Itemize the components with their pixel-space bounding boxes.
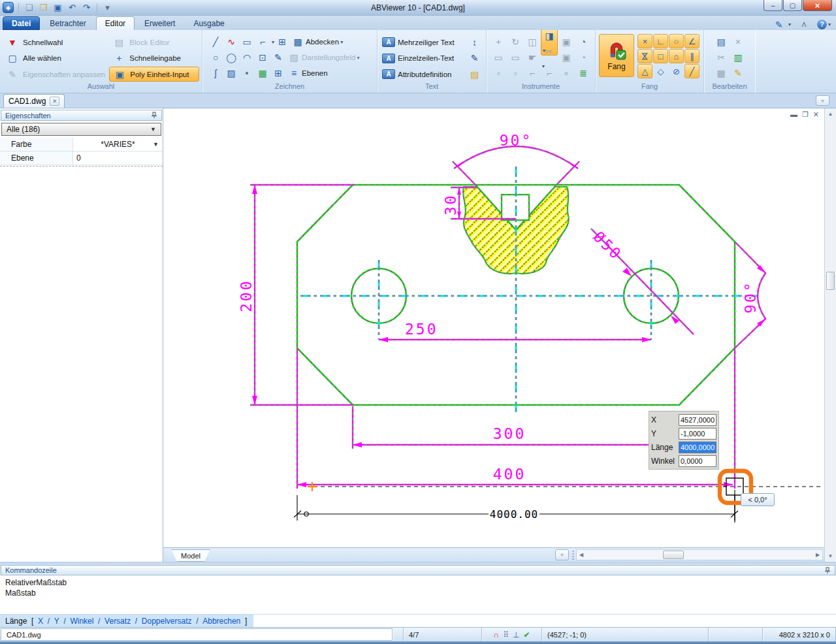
undo-icon[interactable]: ↶ [66, 2, 78, 14]
command-prompt-row[interactable]: Länge [ X / Y / Winkel / Versatz / Doppe… [0, 615, 836, 628]
dim-total-4000[interactable]: 4000.00 [490, 508, 538, 521]
copy-doc-icon[interactable]: ▦ [713, 67, 729, 80]
prompt-option-x[interactable]: X [38, 617, 43, 626]
sketch-icon[interactable]: ∿ [223, 35, 239, 49]
quick-input-button[interactable]: +Schnelleingabe [109, 51, 199, 66]
insert-block-icon[interactable]: ⊞ [274, 35, 290, 49]
mdi-close-icon[interactable]: ✕ [813, 110, 819, 119]
layout-chevron-button[interactable]: ▿ [555, 549, 569, 560]
save-icon[interactable]: ▣ [52, 2, 64, 14]
redo-icon[interactable]: ↷ [80, 2, 93, 14]
array-clock-icon[interactable]: ◔ [575, 35, 591, 49]
spline-icon[interactable]: ʃ [208, 67, 223, 80]
dim-width-300[interactable]: 300 [493, 425, 526, 442]
fillet-icon[interactable]: ⌐ [524, 67, 540, 80]
singleline-text-button[interactable]: AEinzelzeilen-Text [380, 51, 468, 66]
snap-midpoint-icon[interactable]: ⋈ [637, 49, 652, 63]
property-value[interactable]: 0 [73, 152, 163, 165]
dim-angle-top[interactable]: 90° [500, 132, 533, 149]
prompt-option-doppelversatz[interactable]: Doppelversatz [142, 617, 192, 626]
scroll-right-icon[interactable]: ▶ [813, 552, 822, 558]
tab-betrachter[interactable]: Betrachter [41, 16, 94, 30]
snap-center-icon[interactable]: ○ [669, 34, 684, 48]
pin-icon[interactable] [151, 112, 157, 119]
explode-icon[interactable]: ≣ [575, 67, 591, 80]
edit-text-icon[interactable]: ▤ [465, 67, 487, 82]
dim-width-400[interactable]: 400 [493, 466, 526, 483]
blend-icon[interactable]: ∘ [558, 67, 574, 80]
tab-datei[interactable]: Datei [3, 16, 40, 30]
tab-editor[interactable]: Editor [96, 16, 135, 30]
quick-select-button[interactable]: ▼Schnellwahl [3, 35, 109, 50]
ellipse-icon[interactable]: ◯ [223, 51, 239, 65]
stretch-icon[interactable]: ▫ [507, 67, 523, 80]
collapse-ribbon-icon[interactable]: ˄ [796, 18, 812, 31]
snap-status-icon[interactable]: ∩ [494, 630, 500, 639]
cloud-icon[interactable]: ⊡ [255, 51, 270, 65]
open-file-icon[interactable]: ❒ [37, 2, 50, 14]
mdi-minimize-icon[interactable]: ▬ [790, 110, 797, 119]
coord-input-y[interactable]: -1,0000 [679, 428, 716, 440]
multiline-text-button[interactable]: AMehrzeiliger Text [380, 35, 468, 50]
select-all-button[interactable]: ▢Alle wählen [3, 51, 109, 66]
snap-parallel-icon[interactable]: ∥ [684, 49, 699, 63]
copy-entities-icon[interactable]: ▣ [558, 35, 574, 49]
text-numbering-icon[interactable]: ↕ [465, 35, 487, 50]
ortho-status-icon[interactable]: ⊥ [513, 630, 519, 639]
vertical-scroll-thumb[interactable] [826, 272, 835, 290]
snap-square-icon[interactable]: □ [653, 49, 668, 63]
snap-perpendicular-icon[interactable]: ∟ [653, 34, 668, 48]
command-history[interactable]: RelativerMaßstab Maßstab [0, 575, 836, 615]
delete-icon[interactable]: × [730, 35, 746, 49]
prompt-option-winkel[interactable]: Winkel [70, 617, 93, 626]
clock-icon[interactable]: ◔ [575, 51, 591, 65]
tab-erweitert[interactable]: Erweitert [136, 16, 184, 30]
tab-list-chevron-button[interactable]: ▿ [816, 95, 829, 106]
align-box2-icon[interactable]: ▭ [507, 51, 523, 65]
snap-quadrant-icon[interactable]: ◇ [653, 64, 668, 78]
grid-status-icon[interactable]: ⠿ [503, 630, 509, 639]
snap-toggle-button[interactable]: Fang [599, 34, 634, 77]
prompt-option-versatz[interactable]: Versatz [104, 617, 131, 626]
coord-input-x[interactable]: 4527,0000 [679, 414, 716, 426]
prompt-option-abbrechen[interactable]: Abbrechen [202, 617, 240, 626]
snap-intersection-icon[interactable]: × [637, 34, 652, 48]
new-file-icon[interactable]: ❏ [23, 2, 35, 14]
qat-dropdown-icon[interactable]: ▾ [101, 2, 114, 14]
circle-icon[interactable]: ○ [208, 51, 223, 65]
point-icon[interactable]: • [239, 67, 255, 80]
cover-button[interactable]: ▩Abdecken▾ [290, 35, 343, 49]
layers-button[interactable]: ≡Ebenen [286, 67, 328, 80]
chamfer-icon[interactable]: ⌐ [541, 67, 557, 80]
horizontal-scrollbar[interactable]: ◀ ▶ [576, 549, 823, 560]
poly-unit-input-button[interactable]: ▣Poly Einheit-Input [109, 67, 199, 82]
rectangle-icon[interactable]: ▭ [239, 35, 255, 49]
paste-icon[interactable]: ▤ [713, 35, 729, 49]
align-box-icon[interactable]: ▭ [490, 51, 506, 65]
pick-hand-icon[interactable]: ☛ [524, 51, 540, 65]
scroll-left-icon[interactable]: ◀ [577, 552, 586, 558]
dim-centers-250[interactable]: 250 [405, 321, 438, 338]
snap-nearest-icon[interactable]: ╱ [684, 64, 699, 78]
annotate-icon[interactable]: ✎▾ [771, 18, 791, 31]
minimize-button[interactable]: – [764, 0, 782, 11]
image-icon[interactable]: ▦ [255, 67, 270, 80]
table-icon[interactable]: ⊞ [270, 67, 286, 80]
mdi-restore-icon[interactable]: ❐ [802, 110, 809, 119]
scroll-down-icon[interactable]: ▼ [825, 553, 836, 559]
property-value-dropdown[interactable]: *VARIES* ▼ [73, 138, 163, 151]
snap-triangle-icon[interactable]: △ [637, 64, 652, 78]
snap-angle-icon[interactable]: ∠ [684, 34, 699, 48]
model-tab[interactable]: Model [171, 549, 210, 562]
pin-icon[interactable] [824, 567, 831, 574]
selection-filter-dropdown[interactable]: Alle (186) ▼ [1, 123, 161, 136]
text-style-icon[interactable]: ✎ [465, 51, 487, 66]
close-button[interactable]: × [803, 0, 832, 11]
draw-status-icon[interactable]: ✔ [523, 630, 530, 639]
snap-tangent-icon[interactable]: ⊘ [669, 64, 684, 78]
restore-button[interactable]: ▢ [783, 0, 802, 11]
help-icon[interactable]: ?▾ [817, 20, 831, 29]
rotate-icon[interactable]: ↻ [507, 35, 523, 49]
snap-polygon-icon[interactable]: ⌂ [669, 49, 684, 63]
mirror-icon[interactable]: ◫ [524, 35, 540, 49]
